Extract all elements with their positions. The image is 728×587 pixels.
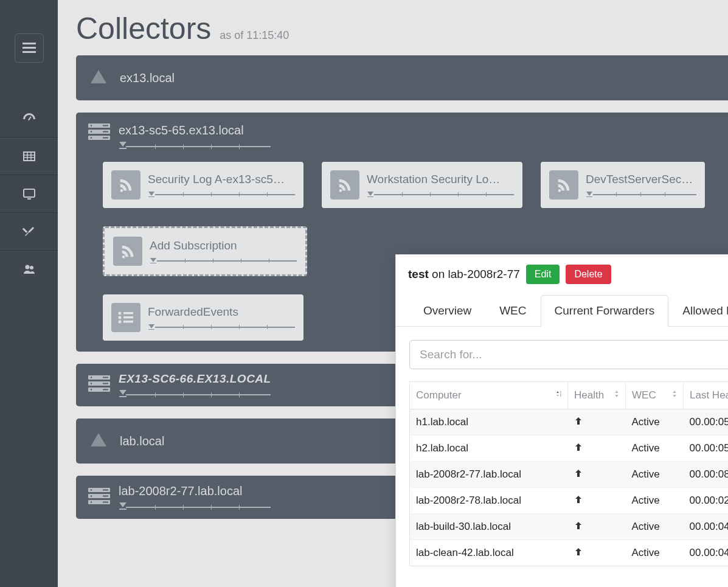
svg-point-36 bbox=[119, 321, 122, 324]
add-subscription-card[interactable]: Add Subscription bbox=[103, 226, 307, 276]
subscription-card[interactable]: Security Log A-ex13-sc5… bbox=[103, 162, 303, 208]
table-row[interactable]: lab-build-30.lab.localActive00.00:04:44 bbox=[410, 514, 729, 540]
monitor-icon bbox=[22, 187, 36, 201]
cell-health bbox=[568, 540, 626, 566]
col-label: WEC bbox=[632, 389, 656, 401]
cell-health bbox=[568, 488, 626, 514]
panel-title-bold: test bbox=[408, 268, 429, 280]
col-computer[interactable]: Computer bbox=[410, 382, 568, 409]
table-row[interactable]: h1.lab.localActive00.00:05:33 bbox=[410, 409, 729, 436]
table-row[interactable]: lab-2008r2-77.lab.localActive00.00:08:13 bbox=[410, 462, 729, 488]
table-row[interactable]: h2.lab.localActive00.00:05:06 bbox=[410, 436, 729, 462]
svg-point-13 bbox=[30, 266, 33, 269]
subscription-label: DevTestServerSecurit… bbox=[586, 173, 696, 186]
slider-handle-icon bbox=[119, 141, 127, 152]
cell-computer: lab-clean-42.lab.local bbox=[410, 540, 568, 566]
subscription-card[interactable]: DevTestServerSecurit… bbox=[541, 162, 705, 208]
tab-overview[interactable]: Overview bbox=[409, 295, 485, 326]
nav-dashboard[interactable] bbox=[0, 99, 58, 137]
triangle-icon bbox=[89, 432, 108, 450]
svg-rect-49 bbox=[103, 383, 108, 384]
subscription-label: ForwardedEvents bbox=[148, 305, 295, 319]
cell-computer: lab-build-30.lab.local bbox=[410, 514, 568, 540]
svg-rect-29 bbox=[367, 196, 373, 197]
svg-rect-50 bbox=[103, 389, 108, 391]
subscription-card[interactable]: Workstation Security Lo… bbox=[322, 162, 522, 208]
svg-rect-4 bbox=[24, 152, 35, 161]
subscription-timeline[interactable] bbox=[148, 190, 295, 197]
slider-handle-icon bbox=[148, 322, 155, 330]
svg-rect-48 bbox=[103, 377, 108, 378]
page-title-text: Collectors bbox=[76, 12, 211, 46]
triangle-icon bbox=[89, 69, 108, 87]
timeline-slider[interactable] bbox=[119, 141, 271, 150]
server-icon bbox=[88, 375, 110, 395]
arrow-up-icon bbox=[574, 469, 583, 478]
svg-rect-33 bbox=[150, 263, 156, 263]
cell-computer: lab-2008r2-78.lab.local bbox=[410, 488, 568, 514]
timeline-slider[interactable] bbox=[119, 502, 271, 510]
svg-rect-64 bbox=[119, 509, 127, 510]
cell-hb: 00.00:05:33 bbox=[684, 409, 729, 436]
arrow-up-icon bbox=[574, 521, 583, 530]
hamburger-menu-button[interactable] bbox=[15, 33, 44, 63]
nav-monitor[interactable] bbox=[0, 175, 58, 212]
svg-rect-22 bbox=[103, 131, 108, 133]
nav-users[interactable] bbox=[0, 250, 58, 288]
sort-icon bbox=[671, 389, 678, 401]
collector-name: lab.local bbox=[120, 434, 164, 448]
arrow-up-icon bbox=[574, 443, 583, 451]
tools-icon bbox=[22, 224, 36, 239]
svg-marker-28 bbox=[367, 192, 373, 196]
collector-domain-ex13[interactable]: ex13.local bbox=[76, 55, 728, 100]
slider-handle-icon bbox=[119, 502, 127, 513]
nav-tools[interactable] bbox=[0, 212, 58, 250]
svg-rect-41 bbox=[148, 329, 154, 330]
cell-wec: Active bbox=[626, 462, 684, 488]
svg-rect-61 bbox=[103, 495, 108, 496]
cell-wec: Active bbox=[626, 488, 684, 514]
nav-grid[interactable] bbox=[0, 137, 58, 175]
subscription-timeline[interactable] bbox=[586, 190, 696, 197]
col-label: Computer bbox=[416, 389, 462, 401]
svg-rect-37 bbox=[123, 312, 133, 314]
rss-icon bbox=[113, 237, 142, 266]
svg-marker-71 bbox=[673, 391, 676, 393]
col-heartbeat[interactable]: Last Heartbeat bbox=[684, 382, 729, 409]
svg-rect-21 bbox=[103, 125, 108, 127]
forwarded-events-card[interactable]: ForwardedEvents bbox=[103, 294, 303, 341]
hamburger-icon bbox=[23, 43, 36, 54]
gauge-icon bbox=[22, 111, 36, 125]
delete-button[interactable]: Delete bbox=[566, 265, 611, 284]
svg-rect-68 bbox=[560, 394, 561, 397]
svg-point-12 bbox=[25, 265, 29, 269]
svg-point-58 bbox=[91, 495, 92, 497]
table-row[interactable]: lab-clean-42.lab.localActive00.00:04:03 bbox=[410, 540, 729, 566]
main-content: Collectors as of 11:15:40 ex13.local ex1… bbox=[58, 0, 728, 587]
tab-current-forwarders[interactable]: Current Forwarders bbox=[541, 295, 669, 327]
svg-rect-52 bbox=[119, 396, 127, 397]
tab-allowed-forwarders[interactable]: Allowed Forward… bbox=[668, 295, 728, 326]
svg-marker-14 bbox=[91, 70, 106, 83]
subscription-timeline[interactable] bbox=[148, 322, 295, 330]
timeline-slider[interactable] bbox=[119, 389, 271, 398]
page-title: Collectors as of 11:15:40 bbox=[76, 11, 728, 46]
svg-point-47 bbox=[91, 389, 92, 391]
col-health[interactable]: Health bbox=[568, 382, 626, 409]
slider-handle-icon bbox=[367, 190, 374, 197]
cell-hb: 00.00:04:03 bbox=[684, 540, 729, 566]
svg-marker-30 bbox=[586, 192, 592, 196]
table-row[interactable]: lab-2008r2-78.lab.localActive00.00:02:37 bbox=[410, 488, 729, 514]
cell-hb: 00.00:02:37 bbox=[684, 488, 729, 514]
edit-button[interactable]: Edit bbox=[526, 265, 560, 284]
col-wec[interactable]: WEC bbox=[626, 382, 684, 409]
tab-wec[interactable]: WEC bbox=[485, 295, 540, 326]
subscription-timeline[interactable] bbox=[367, 190, 514, 197]
svg-rect-2 bbox=[23, 51, 36, 53]
subscription-timeline[interactable] bbox=[150, 256, 297, 263]
svg-point-20 bbox=[91, 137, 92, 139]
svg-point-57 bbox=[91, 489, 92, 491]
search-input[interactable] bbox=[409, 340, 728, 369]
page-subtitle: as of 11:15:40 bbox=[220, 29, 289, 41]
server-icon bbox=[88, 123, 110, 143]
